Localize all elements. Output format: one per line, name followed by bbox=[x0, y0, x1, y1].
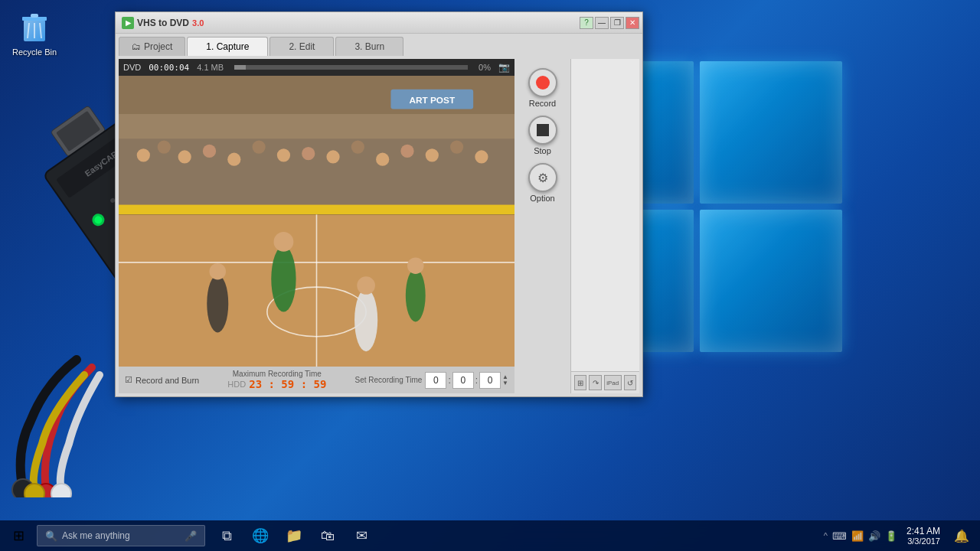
svg-point-42 bbox=[24, 484, 44, 497]
clock-area[interactable]: 2:41 AM 3/3/2017 bbox=[900, 526, 946, 546]
record-burn-text: Record and Burn bbox=[136, 376, 199, 385]
tab-burn[interactable]: 3. Burn bbox=[335, 37, 403, 56]
stop-indicator bbox=[537, 124, 549, 136]
option-button[interactable]: ⚙ Option bbox=[525, 160, 560, 206]
recycle-bin-icon[interactable]: Recycle Bin bbox=[8, 8, 61, 57]
start-icon: ⊞ bbox=[13, 527, 24, 544]
explorer-icon[interactable]: 📁 bbox=[279, 520, 309, 551]
max-recording-time-section: Maximum Recording Time HDD 23 : 59 : 59 bbox=[227, 370, 326, 390]
svg-rect-6 bbox=[51, 106, 106, 157]
svg-point-65 bbox=[252, 140, 265, 153]
video-canvas: ART POST bbox=[119, 76, 514, 367]
fr-btn-2[interactable]: ↷ bbox=[589, 375, 601, 390]
tab-project[interactable]: 🗂 Project bbox=[119, 37, 185, 56]
stop-button-circle bbox=[528, 116, 557, 145]
progress-fill bbox=[234, 65, 246, 70]
battery-tray-icon[interactable]: 🔋 bbox=[885, 530, 897, 542]
option-button-circle: ⚙ bbox=[528, 163, 557, 192]
title-bar: ▶ VHS to DVD 3.0 ? — ❐ ✕ bbox=[116, 12, 642, 34]
time-input-group: 0 : 0 : 0 ▲ ▼ bbox=[425, 372, 508, 389]
project-tab-icon: 🗂 bbox=[132, 41, 141, 52]
set-time-label: Set Recording Time bbox=[355, 376, 423, 384]
keyboard-tray-icon[interactable]: ⌨ bbox=[832, 530, 847, 542]
svg-point-62 bbox=[178, 150, 191, 163]
stop-button[interactable]: Stop bbox=[525, 112, 560, 158]
far-right-preview-area bbox=[571, 59, 639, 371]
time-seconds-input[interactable]: 0 bbox=[479, 372, 501, 389]
notification-center-button[interactable]: 🔔 bbox=[949, 520, 974, 551]
minimize-button[interactable]: — bbox=[595, 17, 609, 29]
volume-tray-icon[interactable]: 🔊 bbox=[868, 530, 880, 542]
svg-text:EasyCAP: EasyCAP bbox=[83, 149, 119, 178]
svg-point-73 bbox=[450, 140, 463, 153]
svg-point-55 bbox=[406, 269, 426, 321]
fr-btn-ipad[interactable]: iPad bbox=[604, 375, 622, 390]
main-content: DVD 00:00:04 4.1 MB 0% 📷 bbox=[116, 56, 642, 396]
max-time-label-text: Maximum Recording Time bbox=[233, 370, 322, 378]
svg-point-43 bbox=[51, 484, 71, 497]
microphone-icon[interactable]: 🎤 bbox=[185, 530, 197, 542]
brand-text: VHS to DVD bbox=[137, 18, 189, 28]
tray-expand-button[interactable]: ^ bbox=[824, 531, 828, 540]
video-section: DVD 00:00:04 4.1 MB 0% 📷 bbox=[119, 59, 514, 393]
edge-icon[interactable]: 🌐 bbox=[245, 520, 276, 551]
svg-point-63 bbox=[203, 145, 216, 158]
search-placeholder-text: Ask me anything bbox=[62, 530, 130, 541]
svg-rect-46 bbox=[119, 204, 514, 214]
set-time-section: Set Recording Time 0 : 0 : 0 ▲ ▼ bbox=[355, 372, 508, 389]
svg-text:ART POST: ART POST bbox=[409, 95, 456, 106]
taskbar: ⊞ 🔍 Ask me anything 🎤 ⧉ 🌐 📁 🛍 ✉ ^ ⌨ 📶 🔊 … bbox=[0, 520, 980, 551]
time-down-arrow[interactable]: ▼ bbox=[502, 380, 508, 386]
tab-edit[interactable]: 2. Edit bbox=[270, 37, 334, 56]
time-spinner: ▲ ▼ bbox=[502, 374, 508, 386]
nav-tabs: 🗂 Project 1. Capture 2. Edit 3. Burn bbox=[116, 34, 642, 56]
network-tray-icon[interactable]: 📶 bbox=[851, 530, 864, 542]
svg-point-58 bbox=[209, 263, 226, 280]
fr-btn-4[interactable]: ↺ bbox=[624, 375, 636, 390]
edit-tab-label: 2. Edit bbox=[289, 41, 315, 52]
search-bar[interactable]: 🔍 Ask me anything 🎤 bbox=[37, 525, 205, 546]
far-right-panel: ⊞ ↷ iPad ↺ bbox=[570, 59, 639, 393]
svg-point-57 bbox=[207, 275, 228, 332]
recycle-bin-svg bbox=[16, 8, 53, 44]
brand-icon: ▶ bbox=[122, 17, 134, 29]
close-button[interactable]: ✕ bbox=[626, 17, 639, 29]
project-tab-label: Project bbox=[144, 41, 172, 52]
mail-icon[interactable]: ✉ bbox=[346, 520, 377, 551]
recycle-bin-label: Recycle Bin bbox=[12, 47, 57, 57]
store-icon[interactable]: 🛍 bbox=[312, 520, 343, 551]
fr-btn-1[interactable]: ⊞ bbox=[574, 375, 586, 390]
record-burn-section: ☑ Record and Burn bbox=[125, 375, 199, 385]
option-label: Option bbox=[530, 194, 554, 203]
right-controls-panel: Record Stop ⚙ Option bbox=[518, 59, 567, 393]
clock-date: 3/3/2017 bbox=[906, 536, 940, 546]
time-hours-input[interactable]: 0 bbox=[425, 372, 446, 389]
record-button-circle bbox=[528, 68, 557, 97]
svg-point-53 bbox=[354, 289, 377, 351]
start-button[interactable]: ⊞ bbox=[0, 520, 37, 551]
svg-point-64 bbox=[227, 153, 240, 166]
svg-point-60 bbox=[137, 148, 150, 161]
svg-point-52 bbox=[273, 232, 293, 252]
taskbar-right: ^ ⌨ 📶 🔊 🔋 2:41 AM 3/3/2017 🔔 bbox=[824, 520, 980, 551]
svg-point-12 bbox=[93, 214, 103, 225]
win-tile-4 bbox=[700, 210, 842, 352]
svg-point-72 bbox=[426, 148, 439, 161]
video-info-bar: DVD 00:00:04 4.1 MB 0% 📷 bbox=[119, 59, 514, 76]
app-title: ▶ VHS to DVD 3.0 bbox=[122, 17, 204, 29]
record-indicator bbox=[536, 76, 550, 90]
help-button[interactable]: ? bbox=[580, 17, 593, 29]
svg-point-41 bbox=[36, 484, 56, 497]
time-display: 00:00:04 bbox=[149, 63, 189, 73]
stop-label: Stop bbox=[534, 146, 551, 155]
task-view-button[interactable]: ⧉ bbox=[211, 520, 242, 551]
screenshot-button[interactable]: 📷 bbox=[498, 62, 510, 73]
svg-point-68 bbox=[326, 150, 339, 163]
svg-point-69 bbox=[351, 140, 364, 153]
tab-capture[interactable]: 1. Capture bbox=[187, 37, 268, 56]
record-button[interactable]: Record bbox=[525, 65, 560, 111]
record-label: Record bbox=[529, 99, 556, 108]
time-minutes-input[interactable]: 0 bbox=[452, 372, 474, 389]
svg-point-71 bbox=[400, 145, 413, 158]
restore-button[interactable]: ❐ bbox=[610, 17, 624, 29]
